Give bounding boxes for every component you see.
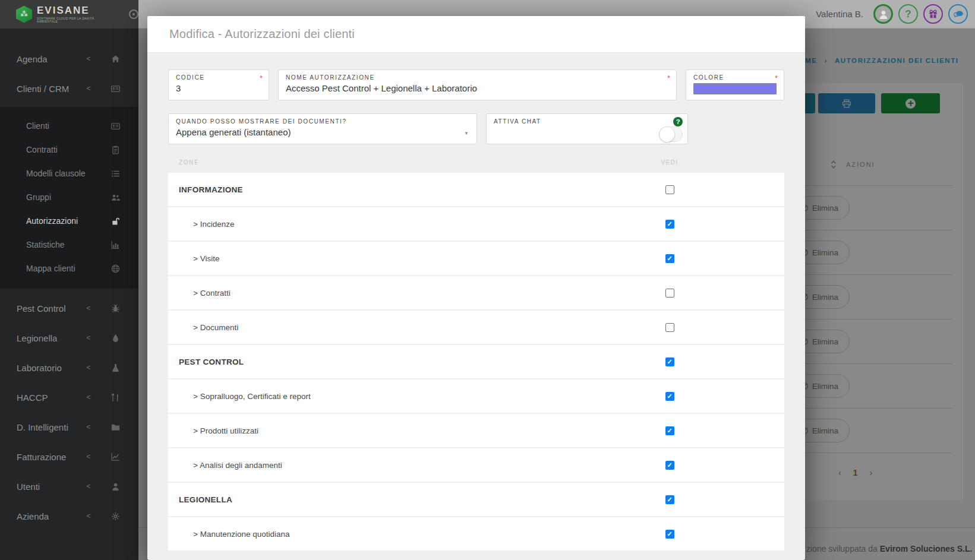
sidebar-item-utenti[interactable]: Utenti< (0, 472, 138, 501)
quando-documenti-select[interactable]: QUANDO POSSO MOSTRARE DEI DOCUMENTI? App… (168, 113, 477, 144)
sidebar-item-label: D. Intelligenti (17, 422, 77, 432)
zone-row: > Prodotti utilizzati✓ (168, 414, 784, 447)
sidebar-item-gruppi[interactable]: Gruppi (0, 185, 138, 209)
gift-icon[interactable] (923, 4, 943, 24)
zone-row-label: > Manutenzione quotidiana (168, 530, 555, 539)
vedi-checkbox-checked[interactable]: ✓ (665, 530, 674, 539)
sidebar-item-clienti-crm[interactable]: Clienti / CRM< (0, 74, 138, 103)
sidebar-item-statistiche[interactable]: Statistiche (0, 233, 138, 257)
chat-icon[interactable] (948, 4, 968, 24)
sidebar-item-label: Pest Control (17, 303, 77, 314)
nome-value[interactable]: Accesso Pest Control + Legionella + Labo… (286, 83, 669, 93)
zone-row-label: INFORMAZIONE (168, 185, 555, 194)
evisane-bug-logo-icon (16, 6, 32, 23)
sidebar-item-label: Gruppi (26, 192, 100, 202)
vedi-checkbox-checked[interactable]: ✓ (665, 220, 674, 229)
sidebar-item-agenda[interactable]: Agenda< (0, 44, 138, 74)
chevron-left-icon: < (77, 482, 100, 491)
chevron-left-icon: < (77, 393, 100, 401)
chevron-left-icon: < (77, 453, 100, 461)
sidebar-item-label: Clienti / CRM (17, 84, 77, 94)
sidebar-item-label: Modelli clausole (26, 169, 100, 178)
zone-row: > Analisi degli andamenti✓ (168, 448, 784, 482)
person-icon (878, 9, 889, 20)
nome-label: NOME AUTORIZZAZIONE (286, 74, 669, 81)
color-swatch[interactable] (693, 83, 777, 94)
sidebar-item-azienda[interactable]: Azienda< (0, 501, 138, 531)
sidebar-item-label: Utenti (17, 482, 77, 492)
sidebar-item-contratti[interactable]: Contratti (0, 138, 138, 162)
chevron-left-icon: < (77, 55, 100, 63)
sidebar-item-label: Mappa clienti (26, 264, 100, 273)
droplet-icon (100, 333, 130, 343)
target-icon[interactable] (129, 10, 138, 19)
vedi-checkbox-checked[interactable]: ✓ (665, 254, 674, 263)
zone-row: > Manutenzione quotidiana✓ (168, 517, 784, 550)
codice-field[interactable]: CODICE 3 * (168, 69, 269, 100)
sidebar-item-label: Contratti (26, 145, 100, 154)
user-avatar-icon[interactable] (873, 4, 893, 24)
zone-row: LEGIONELLA✓ (168, 483, 784, 516)
flask-icon (100, 362, 130, 373)
clipboard-icon (100, 144, 130, 155)
bug-icon (100, 303, 130, 314)
zone-row-label: > Visite (168, 254, 555, 263)
zone-row: > Visite✓ (168, 242, 784, 275)
vedi-checkbox-checked[interactable]: ✓ (665, 461, 674, 470)
sidebar-item-label: Clienti (26, 121, 100, 131)
sidebar-item-clienti[interactable]: Clienti (0, 114, 138, 138)
zones-table-header: ZONE VEDI (168, 151, 784, 173)
chevron-left-icon: < (77, 363, 100, 372)
vedi-checkbox-checked[interactable]: ✓ (665, 426, 674, 435)
chevron-left-icon: < (77, 304, 100, 312)
sidebar-item-label: Statistiche (26, 240, 100, 249)
chart-line-icon (100, 451, 130, 462)
vedi-checkbox-unchecked[interactable] (665, 185, 674, 194)
chevron-left-icon: < (77, 423, 100, 431)
colore-label: COLORE (693, 74, 777, 81)
codice-value[interactable]: 3 (176, 83, 261, 93)
globe-icon (100, 263, 130, 274)
vedi-checkbox-checked[interactable]: ✓ (665, 357, 674, 366)
vedi-checkbox-checked[interactable]: ✓ (665, 495, 674, 504)
sidebar-item-label: Autorizzazioni (26, 216, 100, 226)
zone-row-label: > Analisi degli andamenti (168, 461, 555, 470)
sidebar-item-d-intelligenti[interactable]: D. Intelligenti< (0, 412, 138, 442)
sidebar-item-laboratorio[interactable]: Laboratorio< (0, 353, 138, 382)
sidebar-item-label: Legionella (17, 333, 77, 343)
sidebar-submenu-clienti-crm: ClientiContrattiModelli clausoleGruppiAu… (0, 107, 138, 289)
sidebar-item-mappa-clienti[interactable]: Mappa clienti (0, 257, 138, 280)
colore-field[interactable]: COLORE * (686, 69, 784, 100)
bar-chart-icon (100, 239, 130, 250)
sidebar-item-fatturazione[interactable]: Fatturazione< (0, 442, 138, 472)
sidebar-item-label: Laboratorio (17, 363, 77, 373)
utensils-icon (100, 392, 130, 403)
vedi-checkbox-unchecked[interactable] (665, 289, 674, 298)
zone-row-label: PEST CONTROL (168, 357, 555, 366)
question-badge-icon[interactable]: ? (673, 117, 683, 126)
sidebar-item-modelli-clausole[interactable]: Modelli clausole (0, 162, 138, 185)
zone-row: PEST CONTROL✓ (168, 345, 784, 378)
zone-row-label: > Incidenze (168, 220, 555, 229)
sidebar-item-legionella[interactable]: Legionella< (0, 323, 138, 353)
sidebar-item-autorizzazioni[interactable]: Autorizzazioni (0, 209, 138, 233)
chevron-left-icon: < (77, 84, 100, 93)
zone-row: > Contratti (168, 276, 784, 309)
users-icon (100, 192, 130, 203)
quando-selected-value[interactable]: Appena generati (istantaneo) (176, 127, 469, 137)
sidebar-item-haccp[interactable]: HACCP< (0, 382, 138, 412)
chevron-down-icon: ▼ (464, 131, 469, 136)
vedi-checkbox-unchecked[interactable] (665, 323, 674, 332)
sidebar-item-label: Agenda (17, 54, 77, 64)
nome-autorizzazione-field[interactable]: NOME AUTORIZZAZIONE Accesso Pest Control… (278, 69, 677, 100)
sidebar-item-pest-control[interactable]: Pest Control< (0, 293, 138, 323)
zone-row: > Sopralluogo, Certificati e report✓ (168, 379, 784, 413)
id-card-icon (100, 121, 130, 131)
help-icon[interactable]: ? (898, 4, 918, 24)
required-marker: * (260, 74, 263, 83)
attiva-chat-toggle[interactable] (659, 126, 683, 142)
zone-row: > Documenti (168, 311, 784, 344)
unlock-icon (100, 216, 130, 226)
chevron-left-icon: < (77, 334, 100, 342)
vedi-checkbox-checked[interactable]: ✓ (665, 392, 674, 401)
